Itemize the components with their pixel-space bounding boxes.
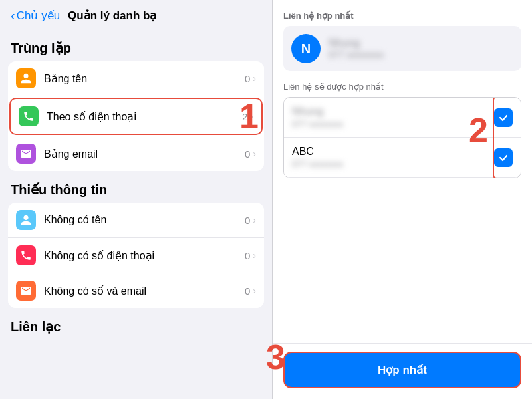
hop-nhat-button[interactable]: Hợp nhất — [283, 352, 521, 388]
list-item-khong-so[interactable]: Không có số điện thoại 0 › — [8, 238, 264, 273]
back-button[interactable]: ‹ Chủ yếu — [11, 8, 60, 23]
trung-lap-list: Bảng tên 0 › Theo số điện thoại 2 › — [8, 61, 264, 171]
bang-email-icon — [16, 144, 36, 164]
list-item-bang-email[interactable]: Bảng email 0 › — [8, 136, 264, 171]
step3-label: 3 — [266, 337, 285, 377]
page-title: Quản lý danh bạ — [68, 9, 156, 23]
khong-so-icon — [16, 245, 36, 265]
merged-contact-info: Nhung 077 xxxxxxxx — [329, 37, 384, 60]
khong-co-ten-chevron-icon: › — [253, 215, 256, 225]
khong-so-email-label: Không có số và email — [44, 285, 245, 297]
merge-item-2-checkbox[interactable] — [494, 148, 513, 167]
nav-bar: ‹ Chủ yếu Quản lý danh bạ — [0, 0, 272, 29]
khong-so-email-count: 0 — [245, 285, 250, 297]
merge-item-2-phone: 077 xxxxxxxx — [292, 159, 494, 169]
thieu-thong-tin-list: Không có tên 0 › Không có số điện thoại … — [8, 203, 264, 308]
bang-ten-label: Bảng tên — [44, 72, 245, 85]
will-merge-label: Liên hệ sẽ được hợp nhất — [283, 82, 521, 92]
merge-item-1-checkbox[interactable] — [494, 108, 513, 127]
merge-item-2-name: ABC — [292, 146, 494, 158]
merge-item-1-name: Nhung — [292, 106, 494, 118]
bang-ten-icon — [16, 68, 36, 88]
merge-item-1-info: Nhung 077 xxxxxxxx — [292, 106, 494, 129]
khong-co-ten-label: Không có tên — [44, 214, 245, 226]
bang-email-chevron-icon: › — [253, 148, 256, 159]
list-item-bang-ten[interactable]: Bảng tên 0 › — [8, 61, 264, 96]
right-panel: Liên hệ hợp nhất N Nhung 077 xxxxxxxx Li… — [273, 0, 532, 399]
avatar: N — [291, 34, 321, 63]
merge-list-wrapper: Nhung 077 xxxxxxxx ABC 077 xxxxxxxx — [283, 97, 521, 178]
khong-co-ten-icon — [16, 210, 36, 230]
list-item-khong-co-ten[interactable]: Không có tên 0 › — [8, 203, 264, 238]
bang-ten-chevron-icon: › — [253, 73, 256, 84]
section-title-trung-lap: Trùng lặp — [0, 40, 272, 61]
bang-email-count: 0 — [245, 148, 250, 160]
merge-item-2-info: ABC 077 xxxxxxxx — [292, 146, 494, 169]
bang-email-label: Bảng email — [44, 148, 245, 160]
left-panel: ‹ Chủ yếu Quản lý danh bạ Trùng lặp Bảng… — [0, 0, 273, 399]
left-content: Trùng lặp Bảng tên 0 › Theo số đi — [0, 29, 272, 399]
theo-so-chevron-icon: › — [250, 111, 253, 122]
khong-so-chevron-icon: › — [253, 250, 256, 261]
khong-co-ten-count: 0 — [245, 215, 250, 226]
step2-label: 2 — [469, 110, 488, 150]
right-content: Liên hệ hợp nhất N Nhung 077 xxxxxxxx Li… — [273, 0, 532, 343]
merged-contact-card: N Nhung 077 xxxxxxxx — [283, 26, 521, 71]
list-item-khong-so-email[interactable]: Không có số và email 0 › — [8, 273, 264, 308]
khong-so-label: Không có số điện thoại — [44, 249, 245, 262]
bang-ten-count: 0 — [245, 73, 250, 84]
bottom-section: 3 Hợp nhất — [273, 343, 532, 399]
list-item-theo-so[interactable]: Theo số điện thoại 2 › — [9, 98, 263, 135]
khong-so-count: 0 — [245, 250, 250, 261]
back-chevron-icon: ‹ — [11, 8, 15, 23]
theo-so-icon — [19, 106, 39, 126]
section-title-thieu-thong-tin: Thiếu thông tin — [0, 182, 272, 203]
theo-so-label: Theo số điện thoại — [47, 110, 242, 123]
merged-contact-name: Nhung — [329, 37, 384, 49]
back-label: Chủ yếu — [17, 9, 60, 23]
trung-lap-group: Bảng tên 0 › Theo số điện thoại 2 › — [0, 61, 272, 171]
theo-so-count: 2 — [242, 111, 247, 122]
khong-so-email-icon — [16, 281, 36, 301]
merged-header: Liên hệ hợp nhất — [283, 11, 521, 21]
bottom-section-title: Liên lạc — [0, 319, 272, 340]
merge-item-1-phone: 077 xxxxxxxx — [292, 119, 494, 129]
khong-so-email-chevron-icon: › — [253, 285, 256, 296]
merged-contact-phone: 077 xxxxxxxx — [329, 49, 384, 60]
